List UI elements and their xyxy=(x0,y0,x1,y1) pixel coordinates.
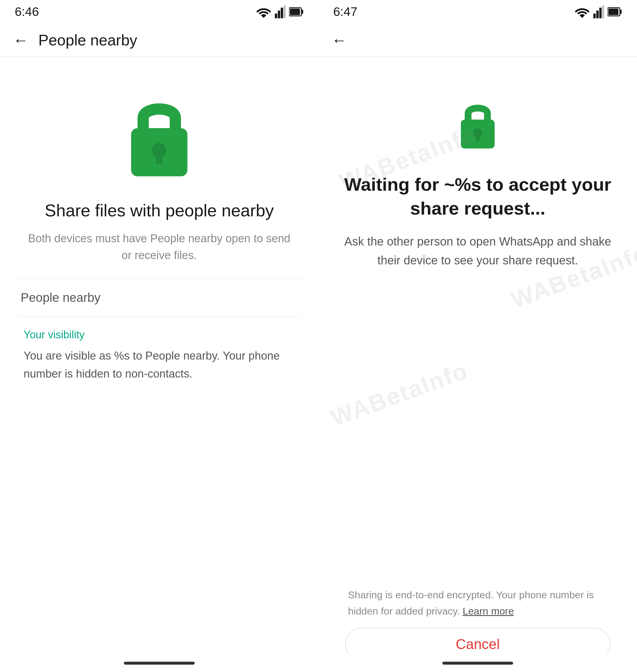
screen-1: 6:46 ← xyxy=(0,0,318,672)
home-indicator-1 xyxy=(0,654,318,672)
waiting-subtitle: Ask the other person to open WhatsApp an… xyxy=(336,232,619,270)
cancel-label: Cancel xyxy=(456,636,499,652)
visibility-section: Your visibility You are visible as %s to… xyxy=(18,317,301,383)
screen-2: 6:47 ← xyxy=(318,0,637,672)
svg-rect-12 xyxy=(599,8,602,18)
toolbar-title-1: People nearby xyxy=(38,31,137,49)
lock-icon-medium xyxy=(451,98,504,152)
status-icons-1 xyxy=(256,5,304,18)
status-bar-1: 6:46 xyxy=(0,0,318,23)
wifi-icon xyxy=(256,6,271,18)
visibility-description: You are visible as %s to People nearby. … xyxy=(21,347,298,383)
svg-rect-13 xyxy=(602,5,604,18)
svg-rect-3 xyxy=(284,5,286,18)
watermark-3: WABetaInfo xyxy=(327,357,472,432)
toolbar-1: ← People nearby xyxy=(0,23,318,57)
status-icons-2 xyxy=(575,5,622,18)
signal-icon xyxy=(275,5,286,18)
battery-icon xyxy=(289,6,304,17)
visibility-label: Your visibility xyxy=(21,317,298,341)
svg-rect-11 xyxy=(596,11,599,18)
svg-rect-1 xyxy=(278,11,280,18)
back-button-2[interactable]: ← xyxy=(327,28,351,52)
screen1-content: Share files with people nearby Both devi… xyxy=(0,57,318,672)
share-title: Share files with people nearby xyxy=(44,199,274,221)
home-indicator-2 xyxy=(318,654,637,672)
status-time-1: 6:46 xyxy=(15,5,39,19)
back-button-1[interactable]: ← xyxy=(9,28,33,52)
home-indicator-bar-2 xyxy=(442,662,513,665)
svg-rect-5 xyxy=(302,10,303,14)
back-arrow-icon-1: ← xyxy=(13,33,28,48)
svg-rect-9 xyxy=(156,154,163,164)
lock-icon-large xyxy=(115,92,203,182)
share-subtitle: Both devices must have People nearby ope… xyxy=(18,230,301,264)
screen2-content: WABetaInfo WABetaInfo WABetaInfo Waiting… xyxy=(318,57,637,672)
wifi-icon-2 xyxy=(575,6,590,18)
status-time-2: 6:47 xyxy=(333,5,358,19)
status-bar-2: 6:47 xyxy=(318,0,637,23)
svg-rect-19 xyxy=(476,135,479,141)
toolbar-2: ← xyxy=(318,23,637,57)
svg-rect-6 xyxy=(290,8,300,15)
home-indicator-bar-1 xyxy=(124,662,195,665)
lock-svg-medium xyxy=(451,98,504,151)
svg-rect-16 xyxy=(608,8,618,15)
signal-icon-2 xyxy=(593,5,604,18)
privacy-text: Sharing is end-to-end encrypted. Your ph… xyxy=(345,587,611,619)
svg-rect-15 xyxy=(620,10,622,14)
section-item-label: People nearby xyxy=(21,291,101,304)
waiting-title: Waiting for ~%s to accept your share req… xyxy=(336,173,619,220)
back-arrow-icon-2: ← xyxy=(331,33,347,48)
svg-rect-2 xyxy=(281,8,283,18)
section-item-people-nearby[interactable]: People nearby xyxy=(18,279,301,317)
battery-icon-2 xyxy=(607,6,622,17)
lock-svg-large xyxy=(115,92,203,180)
svg-rect-0 xyxy=(275,14,277,18)
svg-rect-10 xyxy=(593,14,596,18)
